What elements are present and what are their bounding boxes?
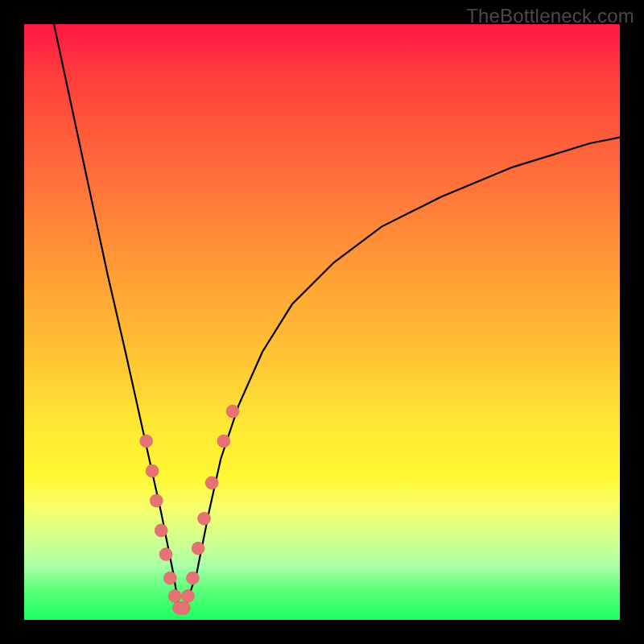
plot-area [24,24,620,620]
dot [146,464,159,477]
chart-svg [24,24,620,620]
dot [140,435,153,448]
highlighted-dots [140,405,239,614]
dot [198,512,211,525]
dot [192,542,204,555]
chart-frame: TheBottleneck.com [0,0,644,644]
dot [177,601,190,614]
watermark-text: TheBottleneck.com [466,5,634,27]
dot [182,589,195,602]
dot [226,405,239,418]
dot [168,589,181,602]
dot [205,477,218,489]
dot [186,572,199,584]
bottleneck-curve [54,24,620,608]
dot [150,494,163,507]
dot [159,548,172,561]
dot [163,572,176,584]
dot [217,435,230,448]
dot [155,524,167,537]
